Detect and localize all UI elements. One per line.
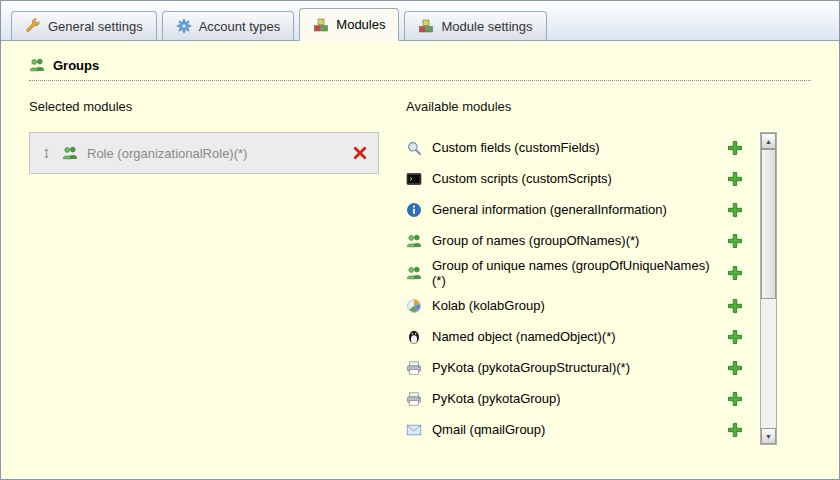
available-module-row: Custom fields (customFields)	[406, 132, 756, 163]
section-title: Groups	[53, 58, 99, 73]
available-modules-heading: Available modules	[406, 99, 777, 114]
available-modules-list: Custom fields (customFields) Custom scri…	[406, 132, 756, 445]
scrollbar-track[interactable]	[761, 149, 776, 428]
selected-modules-column: Selected modules Role (organizationalRol…	[29, 99, 379, 445]
available-modules-area: Custom fields (customFields) Custom scri…	[406, 132, 777, 445]
selected-module-label: Role (organizationalRole)(*)	[87, 146, 343, 161]
lam-config-window: General settings Account types Modules M…	[0, 0, 840, 480]
info-icon	[406, 202, 422, 218]
mail-icon	[406, 422, 422, 438]
penguin-icon	[406, 329, 422, 345]
add-module-button[interactable]	[727, 265, 743, 281]
modules-tab-content: Groups Selected modules Role (organizati…	[1, 41, 839, 445]
drag-handle[interactable]	[40, 147, 53, 160]
available-module-row: Custom scripts (customScripts)	[406, 163, 756, 194]
add-module-button[interactable]	[727, 391, 743, 407]
tab-label: General settings	[48, 19, 143, 34]
tab-label: Module settings	[441, 19, 532, 34]
group-icon	[62, 145, 78, 161]
available-module-row: Group of names (groupOfNames)(*)	[406, 225, 756, 256]
available-module-label: Kolab (kolabGroup)	[432, 298, 717, 313]
tab-label: Modules	[336, 17, 385, 32]
delete-x-icon	[352, 145, 368, 161]
available-module-label: PyKota (pykotaGroupStructural)(*)	[432, 360, 717, 375]
kolab-icon	[406, 298, 422, 314]
section-heading-groups: Groups	[29, 57, 811, 81]
scroll-down-button[interactable]: ▼	[761, 428, 776, 444]
available-module-row: Qmail (qmailGroup)	[406, 414, 756, 445]
add-plus-icon	[727, 298, 743, 314]
group-icon	[406, 233, 422, 249]
selected-module-row: Role (organizationalRole)(*)	[36, 138, 372, 168]
printer-icon	[406, 391, 422, 407]
add-module-button[interactable]	[727, 171, 743, 187]
available-module-row: Kolab (kolabGroup)	[406, 290, 756, 321]
scrollbar-thumb[interactable]	[761, 149, 776, 299]
drag-handle-icon	[40, 147, 53, 160]
add-plus-icon	[727, 422, 743, 438]
selected-modules-heading: Selected modules	[29, 99, 379, 114]
add-module-button[interactable]	[727, 233, 743, 249]
tab-account-types[interactable]: Account types	[162, 11, 295, 40]
add-plus-icon	[727, 171, 743, 187]
available-module-label: PyKota (pykotaGroup)	[432, 391, 717, 406]
available-module-label: Named object (namedObject)(*)	[432, 329, 717, 344]
tab-modules[interactable]: Modules	[299, 8, 399, 41]
remove-module-button[interactable]	[352, 145, 368, 161]
available-module-row: Group of unique names (groupOfUniqueName…	[406, 256, 756, 290]
printer-icon	[406, 360, 422, 376]
magnifier-icon	[406, 140, 422, 156]
selected-modules-box: Role (organizationalRole)(*)	[29, 132, 379, 174]
available-module-row: Named object (namedObject)(*)	[406, 321, 756, 352]
gears-icon	[176, 18, 192, 34]
module-columns: Selected modules Role (organizationalRol…	[29, 99, 811, 445]
add-module-button[interactable]	[727, 329, 743, 345]
available-modules-column: Available modules Custom fields (customF…	[406, 99, 777, 445]
wrench-icon	[25, 18, 41, 34]
add-module-button[interactable]	[727, 298, 743, 314]
available-module-label: Custom scripts (customScripts)	[432, 171, 717, 186]
add-plus-icon	[727, 202, 743, 218]
add-plus-icon	[727, 329, 743, 345]
group-icon	[29, 57, 45, 73]
tab-label: Account types	[199, 19, 281, 34]
modules-icon	[313, 17, 329, 33]
add-module-button[interactable]	[727, 360, 743, 376]
available-module-label: Qmail (qmailGroup)	[432, 422, 717, 437]
tab-general-settings[interactable]: General settings	[11, 11, 157, 40]
available-module-label: Group of unique names (groupOfUniqueName…	[432, 258, 717, 288]
add-plus-icon	[727, 360, 743, 376]
add-module-button[interactable]	[727, 202, 743, 218]
available-module-label: Custom fields (customFields)	[432, 140, 717, 155]
add-plus-icon	[727, 140, 743, 156]
add-plus-icon	[727, 391, 743, 407]
terminal-icon	[406, 171, 422, 187]
available-module-label: Group of names (groupOfNames)(*)	[432, 233, 717, 248]
vertical-scrollbar[interactable]: ▲ ▼	[760, 132, 777, 445]
available-module-label: General information (generalInformation)	[432, 202, 717, 217]
tab-bar: General settings Account types Modules M…	[1, 1, 839, 41]
add-module-button[interactable]	[727, 422, 743, 438]
scroll-up-button[interactable]: ▲	[761, 133, 776, 149]
modules-icon	[418, 18, 434, 34]
add-plus-icon	[727, 265, 743, 281]
available-module-row: PyKota (pykotaGroupStructural)(*)	[406, 352, 756, 383]
add-module-button[interactable]	[727, 140, 743, 156]
available-module-row: PyKota (pykotaGroup)	[406, 383, 756, 414]
group-icon	[406, 265, 422, 281]
add-plus-icon	[727, 233, 743, 249]
available-module-row: General information (generalInformation)	[406, 194, 756, 225]
tab-module-settings[interactable]: Module settings	[404, 11, 546, 40]
